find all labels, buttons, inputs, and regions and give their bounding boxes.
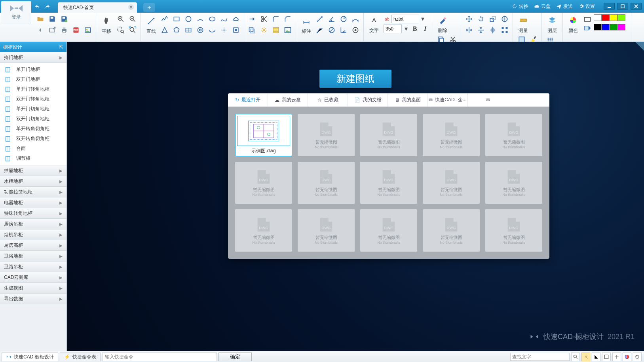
home-tab[interactable]: ☁我的云盘 xyxy=(268,93,308,106)
sidebar-item[interactable]: 单开转角切角柜 xyxy=(2,124,65,134)
polygon-button[interactable] xyxy=(171,25,182,36)
home-tab[interactable]: 📄我的文檔 xyxy=(348,93,388,106)
sidebar-category[interactable]: 厨房吊柜▶ xyxy=(0,219,66,229)
pan-button[interactable] xyxy=(100,14,113,28)
file-placeholder[interactable]: DWG暂无缩微图No thumbnails xyxy=(485,114,542,156)
mirror-h-button[interactable] xyxy=(464,25,475,36)
settings-link[interactable]: 设置 xyxy=(578,3,595,10)
sidebar-category[interactable]: 卫浴吊柜▶ xyxy=(0,262,66,272)
color-swatch[interactable] xyxy=(594,14,602,21)
text-button[interactable]: A xyxy=(367,13,381,27)
home-tab-mail[interactable]: ✉ xyxy=(468,93,508,106)
donut-button[interactable] xyxy=(195,25,206,36)
sidebar-category[interactable]: 厨房高柜▶ xyxy=(0,240,66,251)
sidebar-item[interactable]: 单开门转角地柜 xyxy=(2,84,65,94)
grid-button[interactable] xyxy=(602,353,611,361)
sidebar-item[interactable]: 双开门转角地柜 xyxy=(2,94,65,104)
hatch-rect-button[interactable] xyxy=(183,25,194,36)
sidebar-item[interactable]: 双开门地柜 xyxy=(2,74,65,84)
spline-button[interactable] xyxy=(218,13,230,25)
send-link[interactable]: 发送 xyxy=(556,3,573,10)
file-placeholder[interactable]: DWG暂无缩微图No thumbnails xyxy=(298,209,355,252)
sidebar-category[interactable]: 烟机吊柜▶ xyxy=(0,229,66,240)
status-tab-cmd[interactable]: ⚡ 快捷命令表 xyxy=(60,353,101,361)
search-button[interactable] xyxy=(571,353,580,361)
save-button[interactable] xyxy=(47,13,58,25)
color-swatch[interactable] xyxy=(602,24,610,30)
fillet-button[interactable] xyxy=(270,13,281,25)
color-wheel-button[interactable] xyxy=(566,13,580,27)
export-img-button[interactable] xyxy=(82,25,93,36)
category-open[interactable]: 掩门地柜▶ xyxy=(0,52,66,63)
refresh-button[interactable] xyxy=(633,353,642,361)
file-placeholder[interactable]: DWG暂无缩微图No thumbnails xyxy=(423,209,480,252)
color-swatch[interactable] xyxy=(610,14,617,21)
minimize-button[interactable] xyxy=(604,3,615,10)
zoom-out-button[interactable] xyxy=(127,13,138,25)
hatch-button[interactable] xyxy=(270,25,281,36)
scale-button[interactable] xyxy=(487,13,498,25)
arc-button[interactable] xyxy=(195,13,206,25)
chevron-down-icon[interactable]: ▾ xyxy=(403,25,409,32)
sidebar-item[interactable]: 单开门切角地柜 xyxy=(2,104,65,114)
move-button[interactable] xyxy=(464,13,475,25)
print-button[interactable] xyxy=(59,25,70,36)
layer-button[interactable] xyxy=(545,13,559,27)
zoom-extent-button[interactable] xyxy=(127,25,138,36)
dim-arc-button[interactable] xyxy=(350,13,361,25)
sidebar-category[interactable]: 功能拉篮地柜▶ xyxy=(0,187,66,197)
block-button[interactable] xyxy=(230,25,241,36)
new-tab-button[interactable] xyxy=(143,3,155,12)
match-prop-button[interactable] xyxy=(582,24,593,32)
corner-handle-icon[interactable] xyxy=(635,42,644,51)
file-placeholder[interactable]: DWG暂无缩微图No thumbnails xyxy=(485,209,542,252)
drawing-canvas[interactable]: 新建图纸 ↻最近打开☁我的云盘☆已收藏📄我的文檔🖥我的桌面✉快速CAD--企..… xyxy=(67,42,644,351)
italic-button[interactable]: I xyxy=(421,25,429,32)
sidebar-category[interactable]: 电器地柜▶ xyxy=(0,197,66,208)
font-name-input[interactable] xyxy=(391,15,419,23)
color-swatch[interactable] xyxy=(610,24,617,30)
file-placeholder[interactable]: DWG暂无缩微图No thumbnails xyxy=(360,209,417,252)
file-placeholder[interactable]: DWG暂无缩微图No thumbnails xyxy=(360,162,417,204)
mirror-button[interactable] xyxy=(487,25,498,36)
dim-radius-button[interactable] xyxy=(338,13,349,25)
sidebar-category[interactable]: 特殊转角地柜▶ xyxy=(0,208,66,219)
home-tab[interactable]: ✉快速CAD--企... xyxy=(428,93,468,106)
sidebar-item[interactable]: 调节板 xyxy=(2,154,65,163)
polyline-button[interactable] xyxy=(159,13,170,25)
dimension-button[interactable] xyxy=(300,14,313,28)
new-window-button[interactable] xyxy=(47,25,58,36)
sidebar-category[interactable]: CAD云图库▶ xyxy=(0,272,66,283)
file-placeholder[interactable]: DWG暂无缩微图No thumbnails xyxy=(298,114,355,156)
leader-button[interactable] xyxy=(314,25,325,36)
image-button[interactable] xyxy=(282,25,293,36)
home-tab[interactable]: ↻最近打开 xyxy=(228,93,268,106)
bold-button[interactable]: B xyxy=(410,25,419,32)
revcloud-button[interactable] xyxy=(230,13,241,25)
sidebar-item[interactable]: 双开门切角地柜 xyxy=(2,114,65,124)
sidebar-category[interactable]: 生成视图▶ xyxy=(0,283,66,294)
sidebar-item[interactable]: 单开门地柜 xyxy=(2,64,65,74)
search-input[interactable] xyxy=(510,353,570,361)
file-placeholder[interactable]: DWG暂无缩微图No thumbnails xyxy=(485,162,542,204)
offset-button[interactable] xyxy=(247,25,258,36)
close-button[interactable] xyxy=(631,3,642,10)
file-thumbnail[interactable]: 示例图.dwg xyxy=(235,114,292,156)
rect-button[interactable] xyxy=(171,13,182,25)
export-pdf-button[interactable]: PDF xyxy=(70,25,82,36)
sidebar-item[interactable]: 双开转角切角柜 xyxy=(2,134,65,144)
bylayer-button[interactable] xyxy=(582,15,593,24)
file-placeholder[interactable]: DWG暂无缩微图No thumbnails xyxy=(235,162,292,204)
open-button[interactable] xyxy=(35,13,46,25)
color-swatch[interactable] xyxy=(602,14,610,21)
delete-button[interactable] xyxy=(436,13,449,27)
extend-button[interactable] xyxy=(247,13,258,25)
back-button[interactable] xyxy=(35,25,46,36)
tab-home[interactable]: 快速CAD-首页 × xyxy=(58,2,137,13)
file-placeholder[interactable]: DWG暂无缩微图No thumbnails xyxy=(423,162,480,204)
sidebar-category[interactable]: 抽屉地柜▶ xyxy=(0,165,66,176)
close-icon[interactable]: × xyxy=(128,4,134,10)
zoom-in-button[interactable] xyxy=(115,13,126,25)
maximize-button[interactable] xyxy=(617,3,628,10)
dim-style-button[interactable] xyxy=(350,25,361,36)
